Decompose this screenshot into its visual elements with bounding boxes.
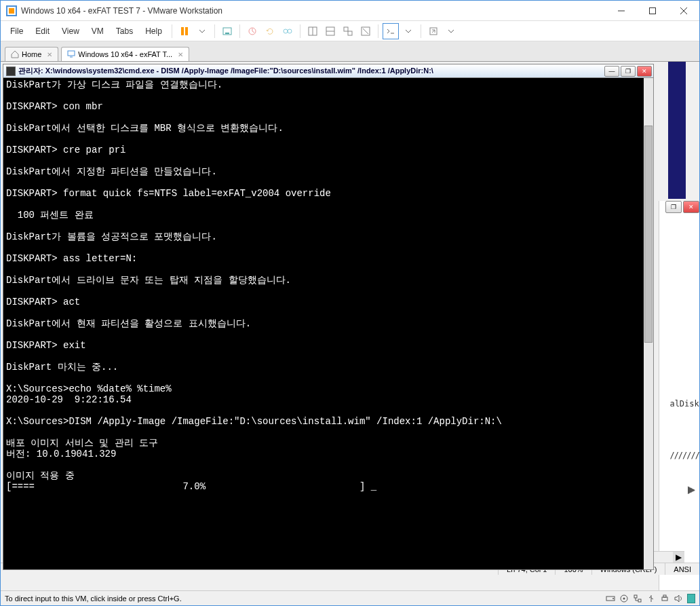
cd-icon[interactable] bbox=[619, 594, 629, 603]
pause-icon[interactable] bbox=[176, 23, 193, 39]
divider bbox=[378, 24, 378, 38]
message-log-icon[interactable] bbox=[687, 594, 695, 603]
menu-edit[interactable]: Edit bbox=[30, 24, 55, 39]
notepad-text-fragment: alDisk /////// bbox=[669, 399, 699, 460]
svg-rect-29 bbox=[638, 599, 641, 602]
network-icon[interactable] bbox=[633, 594, 642, 603]
notepad-maximize-button[interactable]: ❐ bbox=[665, 201, 682, 213]
home-icon bbox=[11, 50, 19, 58]
menu-file[interactable]: File bbox=[5, 24, 28, 39]
minimize-button[interactable] bbox=[606, 1, 637, 21]
tab-close-icon[interactable]: ✕ bbox=[178, 51, 183, 58]
console-view-icon[interactable] bbox=[383, 23, 399, 39]
svg-rect-17 bbox=[344, 27, 348, 31]
divider bbox=[239, 24, 240, 38]
printer-icon[interactable] bbox=[660, 594, 669, 603]
snapshot-icon[interactable] bbox=[244, 23, 260, 39]
tab-close-icon[interactable]: ✕ bbox=[47, 51, 52, 58]
cmd-scrollbar[interactable] bbox=[644, 78, 653, 569]
hard-disk-icon[interactable] bbox=[606, 594, 615, 603]
menu-help[interactable]: Help bbox=[140, 24, 168, 39]
vmware-window: Windows 10 x64 - exFAT TEST 7 - VMware W… bbox=[0, 0, 700, 606]
monitor-icon bbox=[67, 50, 75, 58]
device-tray bbox=[606, 594, 695, 603]
dropdown-icon[interactable] bbox=[443, 23, 459, 39]
window-title: Windows 10 x64 - exFAT TEST 7 - VMware W… bbox=[21, 6, 606, 16]
cmd-minimize-button[interactable]: — bbox=[604, 66, 619, 77]
tab-vm[interactable]: Windows 10 x64 - exFAT T... ✕ bbox=[61, 47, 189, 61]
send-ctrl-alt-del-icon[interactable] bbox=[219, 23, 235, 39]
svg-rect-22 bbox=[68, 51, 75, 56]
divider bbox=[172, 24, 172, 38]
manage-snapshots-icon[interactable] bbox=[279, 23, 296, 39]
svg-rect-18 bbox=[348, 31, 352, 35]
usb-icon[interactable] bbox=[646, 594, 656, 603]
svg-point-27 bbox=[623, 597, 625, 599]
cmd-window: 관리자: X:\windows\system32\cmd.exe - DISM … bbox=[3, 64, 654, 570]
cmd-close-button[interactable]: ✕ bbox=[637, 66, 652, 77]
svg-point-11 bbox=[284, 29, 288, 33]
stretch-icon[interactable] bbox=[425, 23, 442, 39]
divider bbox=[421, 24, 421, 38]
menu-vm[interactable]: VM bbox=[86, 24, 109, 39]
unity-icon[interactable] bbox=[340, 23, 356, 39]
cmd-title: 관리자: X:\windows\system32\cmd.exe - DISM … bbox=[18, 66, 604, 76]
svg-point-25 bbox=[612, 598, 614, 599]
tab-label: Windows 10 x64 - exFAT T... bbox=[78, 50, 172, 58]
divider bbox=[214, 24, 215, 38]
fullscreen-icon[interactable] bbox=[357, 23, 374, 39]
notepad-close-button[interactable]: ✕ bbox=[683, 201, 699, 213]
svg-point-12 bbox=[288, 29, 292, 33]
notepad-window-fragment bbox=[659, 201, 699, 590]
titlebar: Windows 10 x64 - exFAT TEST 7 - VMware W… bbox=[1, 1, 699, 21]
scrollbar-thumb[interactable] bbox=[644, 126, 653, 343]
svg-rect-1 bbox=[9, 8, 14, 14]
svg-rect-9 bbox=[225, 33, 229, 34]
cmd-titlebar[interactable]: 관리자: X:\windows\system32\cmd.exe - DISM … bbox=[3, 64, 653, 78]
cmd-icon bbox=[6, 67, 16, 76]
split-icon[interactable] bbox=[322, 23, 338, 39]
single-window-icon[interactable] bbox=[305, 23, 321, 39]
tab-bar: Home ✕ Windows 10 x64 - exFAT T... ✕ bbox=[1, 41, 699, 62]
svg-rect-7 bbox=[185, 27, 188, 35]
revert-icon[interactable] bbox=[262, 23, 278, 39]
dropdown-icon[interactable] bbox=[400, 23, 416, 39]
svg-line-20 bbox=[363, 29, 368, 34]
tab-label: Home bbox=[22, 50, 41, 58]
cmd-body[interactable]: DiskPart가 가상 디스크 파일을 연결했습니다. DISKPART> c… bbox=[3, 78, 653, 569]
menu-view[interactable]: View bbox=[56, 24, 85, 39]
tab-home[interactable]: Home ✕ bbox=[5, 47, 58, 61]
app-icon bbox=[6, 5, 17, 16]
svg-rect-30 bbox=[662, 597, 667, 601]
close-button[interactable] bbox=[668, 1, 699, 21]
scroll-left-indicator: ⯈ bbox=[687, 485, 697, 496]
menu-tabs[interactable]: Tabs bbox=[111, 24, 138, 39]
status-hint: To direct input to this VM, click inside… bbox=[5, 594, 606, 603]
maximize-button[interactable] bbox=[637, 1, 668, 21]
cmd-output: DiskPart가 가상 디스크 파일을 연결했습니다. DISKPART> c… bbox=[6, 79, 642, 492]
divider bbox=[300, 24, 300, 38]
svg-rect-3 bbox=[650, 7, 656, 14]
scroll-right-arrow-icon[interactable]: ▶ bbox=[673, 552, 684, 563]
menubar: File Edit View VM Tabs Help bbox=[1, 21, 699, 41]
cmd-maximize-button[interactable]: ❐ bbox=[621, 66, 636, 77]
svg-rect-28 bbox=[634, 595, 637, 598]
setup-background bbox=[668, 62, 686, 199]
sound-icon[interactable] bbox=[674, 594, 683, 603]
svg-rect-6 bbox=[181, 27, 184, 35]
svg-rect-31 bbox=[663, 595, 666, 597]
guest-display[interactable]: ❐ ✕ alDisk /////// ⯈ ▶ Ln 74, Col 1 100%… bbox=[1, 62, 699, 590]
vmware-statusbar: To direct input to this VM, click inside… bbox=[1, 590, 699, 605]
dropdown-icon[interactable] bbox=[194, 23, 210, 39]
notepad-encoding: ANSI bbox=[665, 563, 699, 575]
